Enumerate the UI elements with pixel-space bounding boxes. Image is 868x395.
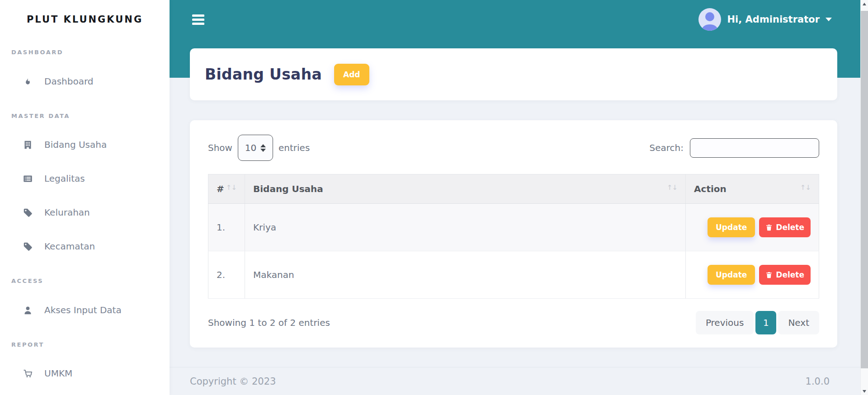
column-header-bidang-usaha[interactable]: Bidang Usaha ↑↓ <box>245 174 686 204</box>
pagination-next-button[interactable]: Next <box>778 311 819 334</box>
page-length-select[interactable]: 10 <box>238 135 273 161</box>
table-header-row: # ↑↓ Bidang Usaha ↑↓ Action ↑↓ <box>208 174 819 204</box>
cart-icon <box>23 368 33 378</box>
sidebar-item-dashboard[interactable]: Dashboard <box>0 72 170 90</box>
avatar <box>698 8 721 31</box>
pagination-previous-button[interactable]: Previous <box>696 311 754 334</box>
sidebar-item-akses-input-data[interactable]: Akses Input Data <box>0 301 170 319</box>
row-name: Kriya <box>245 204 686 251</box>
flame-icon <box>23 76 33 86</box>
sidebar-item-kelurahan[interactable]: Kelurahan <box>0 203 170 221</box>
triangle-up-icon <box>863 3 866 5</box>
section-label-access: ACCESS <box>11 275 170 286</box>
sidebar-item-legalitas[interactable]: Legalitas <box>0 169 170 188</box>
caret-down-icon <box>826 18 832 21</box>
section-label-master-data: MASTER DATA <box>11 110 170 121</box>
delete-button[interactable]: Delete <box>759 265 811 285</box>
row-number: 1. <box>208 204 245 251</box>
select-arrows-icon <box>260 144 266 152</box>
tag-icon <box>23 241 33 251</box>
sidebar: PLUT KLUNGKUNG DASHBOARD Dashboard MASTE… <box>0 0 170 395</box>
sidebar-item-label: Kecamatan <box>44 241 95 252</box>
row-number: 2. <box>208 251 245 299</box>
page-footer: Copyright © 2023 1.0.0 <box>170 367 860 395</box>
table-row: 2. Makanan Update Delete <box>208 251 819 299</box>
user-greeting: Hi, Administrator <box>727 14 820 25</box>
sidebar-item-label: Legalitas <box>44 173 85 184</box>
row-name: Makanan <box>245 251 686 299</box>
hamburger-menu-button[interactable] <box>192 14 204 25</box>
add-button[interactable]: Add <box>334 64 369 85</box>
content: Bidang Usaha Add Show 10 entries Search: <box>170 0 868 348</box>
version-text: 1.0.0 <box>806 376 830 387</box>
sidebar-item-label: UMKM <box>44 368 72 379</box>
main-area: Hi, Administrator Bidang Usaha Add Show … <box>170 0 868 395</box>
table-info: Showing 1 to 2 of 2 entries <box>208 317 330 328</box>
triangle-down-icon <box>863 390 866 393</box>
update-button[interactable]: Update <box>708 217 755 237</box>
sidebar-item-label: Bidang Usaha <box>44 139 107 150</box>
pagination-page-1[interactable]: 1 <box>755 311 776 334</box>
table-footer: Showing 1 to 2 of 2 entries Previous 1 N… <box>208 311 819 334</box>
tag-icon <box>23 207 33 217</box>
topbar: Hi, Administrator <box>170 0 860 39</box>
person-icon <box>705 12 714 21</box>
sidebar-item-umkm[interactable]: UMKM <box>0 364 170 382</box>
scrollbar[interactable] <box>860 0 868 395</box>
user-menu[interactable]: Hi, Administrator <box>698 8 832 31</box>
list-icon <box>23 174 33 183</box>
row-actions: Update Delete <box>686 204 819 251</box>
entries-label: entries <box>278 142 310 153</box>
sidebar-item-label: Akses Input Data <box>44 305 122 315</box>
sort-icon: ↑↓ <box>800 183 811 192</box>
table-controls: Show 10 entries Search: <box>208 135 819 161</box>
trash-icon <box>765 271 773 278</box>
sidebar-item-kecamatan[interactable]: Kecamatan <box>0 237 170 255</box>
pagination: Previous 1 Next <box>696 311 819 334</box>
scroll-up-button[interactable] <box>861 0 868 8</box>
row-actions: Update Delete <box>686 251 819 299</box>
search-label: Search: <box>650 142 684 153</box>
search-input[interactable] <box>690 138 819 158</box>
user-icon <box>23 305 33 315</box>
sidebar-item-label: Dashboard <box>44 76 94 87</box>
sidebar-item-label: Kelurahan <box>44 207 90 218</box>
scrollbar-thumb[interactable] <box>861 11 868 368</box>
app-window: PLUT KLUNGKUNG DASHBOARD Dashboard MASTE… <box>0 0 868 395</box>
data-table: # ↑↓ Bidang Usaha ↑↓ Action ↑↓ <box>208 174 819 299</box>
page-title: Bidang Usaha <box>205 66 322 83</box>
delete-button[interactable]: Delete <box>759 217 811 237</box>
table-card: Show 10 entries Search: <box>190 120 837 348</box>
hamburger-bar <box>192 19 204 21</box>
hamburger-bar <box>192 14 204 17</box>
trash-icon <box>765 224 773 231</box>
section-label-report: REPORT <box>11 339 170 350</box>
scroll-down-button[interactable] <box>861 387 868 395</box>
show-label: Show <box>208 142 232 153</box>
hamburger-bar <box>192 23 204 25</box>
copyright-text: Copyright © 2023 <box>190 376 276 387</box>
brand-logo[interactable]: PLUT KLUNGKUNG <box>0 0 170 40</box>
section-label-dashboard: DASHBOARD <box>11 47 170 57</box>
sort-icon: ↑↓ <box>226 183 236 192</box>
page-header-card: Bidang Usaha Add <box>190 48 837 100</box>
table-row: 1. Kriya Update Delete <box>208 204 819 251</box>
column-header-action[interactable]: Action ↑↓ <box>686 174 819 204</box>
sidebar-item-bidang-usaha[interactable]: Bidang Usaha <box>0 136 170 154</box>
person-icon <box>702 24 717 31</box>
page-length-value: 10 <box>245 142 256 153</box>
building-icon <box>23 140 33 150</box>
update-button[interactable]: Update <box>708 265 755 285</box>
column-header-num[interactable]: # ↑↓ <box>208 174 245 204</box>
sort-icon: ↑↓ <box>667 183 677 192</box>
